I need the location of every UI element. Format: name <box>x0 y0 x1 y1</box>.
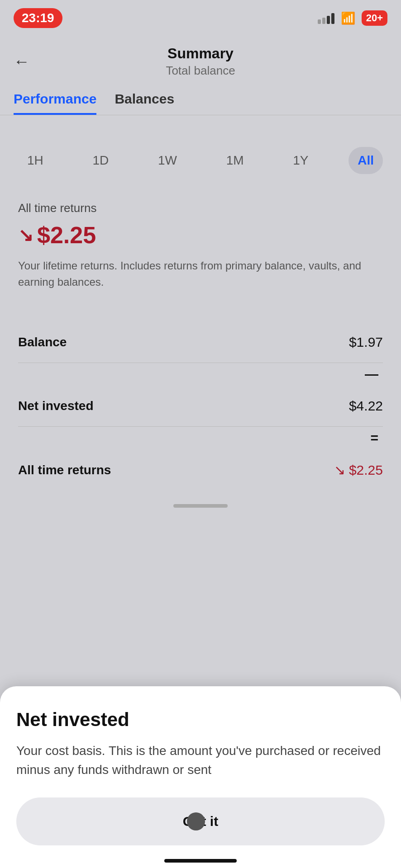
minus-symbol: — <box>365 367 378 382</box>
finger-icon <box>187 812 205 830</box>
all-time-returns-value: ↘ $2.25 <box>334 462 383 478</box>
status-time: 23:19 <box>14 8 62 28</box>
header-text: Summary Total balance <box>166 45 235 78</box>
balance-row: Balance $1.97 <box>18 322 383 363</box>
filter-1m[interactable]: 1M <box>217 147 253 174</box>
status-bar: 23:19 📶 20+ <box>0 0 401 36</box>
tab-balances[interactable]: Balances <box>115 91 174 115</box>
net-invested-row: Net invested $4.22 <box>18 386 383 427</box>
page-title: Summary <box>166 45 235 62</box>
returns-value: $2.25 <box>37 222 96 249</box>
scroll-indicator <box>14 491 387 517</box>
filter-all[interactable]: All <box>348 147 383 174</box>
all-time-returns-label: All time returns <box>18 463 111 477</box>
returns-description: Your lifetime returns. Includes returns … <box>18 258 383 290</box>
scroll-bar <box>173 504 228 508</box>
filter-1w[interactable]: 1W <box>149 147 186 174</box>
wifi-icon: 📶 <box>341 11 355 25</box>
sheet-description: Your cost basis. This is the amount you'… <box>16 741 385 779</box>
returns-section: All time returns ↘ $2.25 Your lifetime r… <box>14 192 387 304</box>
status-icons: 📶 20+ <box>318 10 387 26</box>
sheet-title: Net invested <box>16 709 385 731</box>
returns-amount: ↘ $2.25 <box>18 222 383 249</box>
tab-bar: Performance Balances <box>0 78 401 115</box>
all-time-returns-row: All time returns ↘ $2.25 <box>18 449 383 491</box>
page-subtitle: Total balance <box>166 64 235 78</box>
time-filter-bar: 1H 1D 1W 1M 1Y All <box>14 138 387 183</box>
equals-divider: = <box>18 427 383 449</box>
back-button[interactable]: ← <box>14 52 30 71</box>
tab-divider <box>0 115 401 115</box>
got-it-button[interactable]: Got it <box>16 797 385 845</box>
tab-performance[interactable]: Performance <box>14 91 96 115</box>
main-content: 1H 1D 1W 1M 1Y All All time returns ↘ $2… <box>0 129 401 526</box>
net-invested-label: Net invested <box>18 399 94 413</box>
header: ← Summary Total balance <box>0 36 401 78</box>
home-indicator <box>164 859 237 863</box>
summary-table: Balance $1.97 — Net invested $4.22 = All… <box>14 322 387 491</box>
filter-1d[interactable]: 1D <box>83 147 118 174</box>
battery-indicator: 20+ <box>362 10 387 26</box>
equals-symbol: = <box>370 430 378 446</box>
minus-divider: — <box>18 363 383 386</box>
bottom-sheet: Net invested Your cost basis. This is th… <box>0 686 401 868</box>
returns-label: All time returns <box>18 201 383 215</box>
filter-1y[interactable]: 1Y <box>284 147 317 174</box>
balance-label: Balance <box>18 335 67 349</box>
returns-down-arrow: ↘ <box>18 225 33 245</box>
filter-1h[interactable]: 1H <box>18 147 53 174</box>
balance-value: $1.97 <box>349 335 383 350</box>
net-invested-value: $4.22 <box>349 398 383 414</box>
signal-icon <box>318 12 334 24</box>
